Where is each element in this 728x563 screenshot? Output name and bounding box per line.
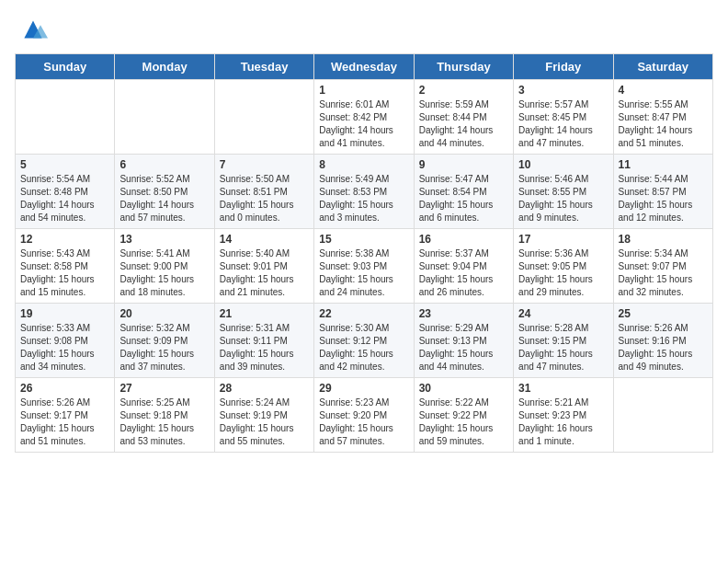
calendar-cell: 20Sunrise: 5:32 AM Sunset: 9:09 PM Dayli…	[115, 304, 214, 378]
day-info: Sunrise: 5:33 AM Sunset: 9:08 PM Dayligh…	[20, 322, 109, 373]
day-info: Sunrise: 5:41 AM Sunset: 9:00 PM Dayligh…	[119, 247, 209, 299]
calendar-cell: 27Sunrise: 5:25 AM Sunset: 9:18 PM Dayli…	[115, 378, 214, 453]
day-info: Sunrise: 5:50 AM Sunset: 8:51 PM Dayligh…	[220, 173, 309, 224]
day-info: Sunrise: 5:32 AM Sunset: 9:09 PM Dayligh…	[119, 322, 209, 373]
logo	[15, 15, 48, 44]
calendar-cell	[214, 80, 313, 155]
day-number: 13	[119, 233, 209, 246]
calendar-cell: 18Sunrise: 5:34 AM Sunset: 9:07 PM Dayli…	[613, 229, 712, 304]
day-number: 9	[419, 158, 508, 171]
day-info: Sunrise: 5:43 AM Sunset: 8:58 PM Dayligh…	[20, 247, 109, 299]
day-header-tuesday: Tuesday	[214, 54, 313, 80]
day-number: 1	[319, 84, 408, 97]
day-info: Sunrise: 5:25 AM Sunset: 9:18 PM Dayligh…	[119, 396, 209, 448]
day-number: 17	[518, 233, 608, 246]
day-number: 10	[518, 158, 608, 171]
day-info: Sunrise: 5:26 AM Sunset: 9:16 PM Dayligh…	[619, 322, 708, 373]
calendar-cell: 7Sunrise: 5:50 AM Sunset: 8:51 PM Daylig…	[214, 155, 313, 229]
calendar-cell: 3Sunrise: 5:57 AM Sunset: 8:45 PM Daylig…	[514, 80, 613, 155]
day-info: Sunrise: 5:24 AM Sunset: 9:19 PM Dayligh…	[220, 396, 309, 448]
calendar-cell: 22Sunrise: 5:30 AM Sunset: 9:12 PM Dayli…	[314, 304, 414, 378]
day-info: Sunrise: 5:34 AM Sunset: 9:07 PM Dayligh…	[619, 247, 708, 299]
calendar-cell: 4Sunrise: 5:55 AM Sunset: 8:47 PM Daylig…	[613, 80, 712, 155]
day-info: Sunrise: 5:52 AM Sunset: 8:50 PM Dayligh…	[119, 173, 209, 224]
day-number: 3	[518, 84, 608, 97]
calendar-week-4: 19Sunrise: 5:33 AM Sunset: 9:08 PM Dayli…	[16, 304, 713, 378]
day-number: 26	[20, 382, 109, 395]
calendar-cell: 28Sunrise: 5:24 AM Sunset: 9:19 PM Dayli…	[214, 378, 313, 453]
calendar-cell: 15Sunrise: 5:38 AM Sunset: 9:03 PM Dayli…	[314, 229, 414, 304]
day-number: 12	[20, 233, 109, 246]
calendar-cell: 14Sunrise: 5:40 AM Sunset: 9:01 PM Dayli…	[214, 229, 313, 304]
logo-icon	[18, 15, 48, 44]
day-info: Sunrise: 5:54 AM Sunset: 8:48 PM Dayligh…	[20, 173, 109, 224]
day-info: Sunrise: 6:01 AM Sunset: 8:42 PM Dayligh…	[319, 98, 408, 150]
calendar-week-1: 1Sunrise: 6:01 AM Sunset: 8:42 PM Daylig…	[16, 80, 713, 155]
calendar-cell: 30Sunrise: 5:22 AM Sunset: 9:22 PM Dayli…	[414, 378, 513, 453]
day-info: Sunrise: 5:44 AM Sunset: 8:57 PM Dayligh…	[619, 173, 708, 224]
calendar-cell: 2Sunrise: 5:59 AM Sunset: 8:44 PM Daylig…	[414, 80, 513, 155]
day-number: 23	[419, 307, 508, 320]
day-info: Sunrise: 5:29 AM Sunset: 9:13 PM Dayligh…	[419, 322, 508, 373]
day-number: 19	[20, 307, 109, 320]
day-info: Sunrise: 5:55 AM Sunset: 8:47 PM Dayligh…	[619, 98, 708, 150]
day-number: 14	[220, 233, 309, 246]
day-number: 2	[419, 84, 508, 97]
day-header-thursday: Thursday	[414, 54, 513, 80]
day-info: Sunrise: 5:37 AM Sunset: 9:04 PM Dayligh…	[419, 247, 508, 299]
day-number: 31	[518, 382, 608, 395]
day-info: Sunrise: 5:40 AM Sunset: 9:01 PM Dayligh…	[220, 247, 309, 299]
day-header-monday: Monday	[115, 54, 214, 80]
day-info: Sunrise: 5:59 AM Sunset: 8:44 PM Dayligh…	[419, 98, 508, 150]
day-info: Sunrise: 5:28 AM Sunset: 9:15 PM Dayligh…	[518, 322, 608, 373]
calendar-cell: 9Sunrise: 5:47 AM Sunset: 8:54 PM Daylig…	[414, 155, 513, 229]
calendar-cell: 19Sunrise: 5:33 AM Sunset: 9:08 PM Dayli…	[16, 304, 115, 378]
calendar-cell: 1Sunrise: 6:01 AM Sunset: 8:42 PM Daylig…	[314, 80, 414, 155]
calendar-week-5: 26Sunrise: 5:26 AM Sunset: 9:17 PM Dayli…	[16, 378, 713, 453]
calendar-cell: 31Sunrise: 5:21 AM Sunset: 9:23 PM Dayli…	[514, 378, 613, 453]
calendar-week-3: 12Sunrise: 5:43 AM Sunset: 8:58 PM Dayli…	[16, 229, 713, 304]
calendar-cell: 16Sunrise: 5:37 AM Sunset: 9:04 PM Dayli…	[414, 229, 513, 304]
day-number: 7	[220, 158, 309, 171]
day-number: 27	[119, 382, 209, 395]
day-number: 16	[419, 233, 508, 246]
calendar-cell: 6Sunrise: 5:52 AM Sunset: 8:50 PM Daylig…	[115, 155, 214, 229]
day-header-friday: Friday	[514, 54, 613, 80]
day-number: 18	[619, 233, 708, 246]
day-info: Sunrise: 5:23 AM Sunset: 9:20 PM Dayligh…	[319, 396, 408, 448]
day-info: Sunrise: 5:47 AM Sunset: 8:54 PM Dayligh…	[419, 173, 508, 224]
day-info: Sunrise: 5:30 AM Sunset: 9:12 PM Dayligh…	[319, 322, 408, 373]
day-info: Sunrise: 5:31 AM Sunset: 9:11 PM Dayligh…	[220, 322, 309, 373]
day-number: 24	[518, 307, 608, 320]
day-number: 4	[619, 84, 708, 97]
calendar-cell: 17Sunrise: 5:36 AM Sunset: 9:05 PM Dayli…	[514, 229, 613, 304]
calendar-cell: 23Sunrise: 5:29 AM Sunset: 9:13 PM Dayli…	[414, 304, 513, 378]
calendar-cell	[16, 80, 115, 155]
header-row: SundayMondayTuesdayWednesdayThursdayFrid…	[16, 54, 713, 80]
calendar-cell: 8Sunrise: 5:49 AM Sunset: 8:53 PM Daylig…	[314, 155, 414, 229]
day-number: 15	[319, 233, 408, 246]
calendar-cell: 24Sunrise: 5:28 AM Sunset: 9:15 PM Dayli…	[514, 304, 613, 378]
calendar-body: 1Sunrise: 6:01 AM Sunset: 8:42 PM Daylig…	[16, 80, 713, 453]
page-header	[15, 15, 713, 44]
day-header-saturday: Saturday	[613, 54, 712, 80]
calendar-cell: 10Sunrise: 5:46 AM Sunset: 8:55 PM Dayli…	[514, 155, 613, 229]
day-number: 20	[119, 307, 209, 320]
day-header-sunday: Sunday	[16, 54, 115, 80]
calendar-cell: 25Sunrise: 5:26 AM Sunset: 9:16 PM Dayli…	[613, 304, 712, 378]
calendar-cell: 11Sunrise: 5:44 AM Sunset: 8:57 PM Dayli…	[613, 155, 712, 229]
day-info: Sunrise: 5:46 AM Sunset: 8:55 PM Dayligh…	[518, 173, 608, 224]
day-number: 22	[319, 307, 408, 320]
day-number: 21	[220, 307, 309, 320]
day-info: Sunrise: 5:49 AM Sunset: 8:53 PM Dayligh…	[319, 173, 408, 224]
calendar-cell	[613, 378, 712, 453]
day-number: 28	[220, 382, 309, 395]
calendar-cell: 5Sunrise: 5:54 AM Sunset: 8:48 PM Daylig…	[16, 155, 115, 229]
calendar-cell: 29Sunrise: 5:23 AM Sunset: 9:20 PM Dayli…	[314, 378, 414, 453]
day-info: Sunrise: 5:57 AM Sunset: 8:45 PM Dayligh…	[518, 98, 608, 150]
day-info: Sunrise: 5:21 AM Sunset: 9:23 PM Dayligh…	[518, 396, 608, 448]
day-number: 5	[20, 158, 109, 171]
day-number: 25	[619, 307, 708, 320]
day-info: Sunrise: 5:38 AM Sunset: 9:03 PM Dayligh…	[319, 247, 408, 299]
calendar-cell: 13Sunrise: 5:41 AM Sunset: 9:00 PM Dayli…	[115, 229, 214, 304]
